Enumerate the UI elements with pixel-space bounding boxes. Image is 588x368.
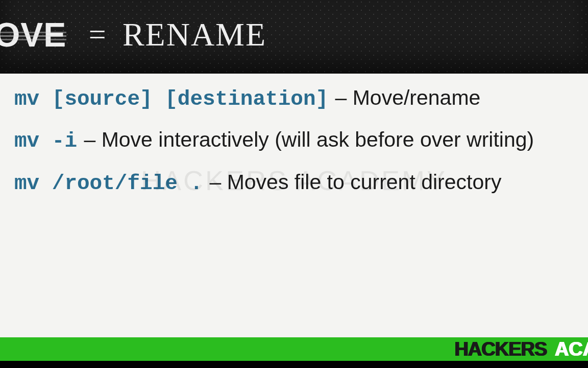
cmd-desc-3: – Moves file to current directory <box>208 170 502 194</box>
slide-body: mv [source] [destination] – Move/rename … <box>0 74 588 337</box>
slide: MOVE = RENAME mv [source] [destination] … <box>0 0 588 368</box>
command-line-2: mv -i – Move interactively (will ask bef… <box>0 120 588 162</box>
command-line-1: mv [source] [destination] – Move/rename <box>0 74 588 120</box>
slide-header: MOVE = RENAME <box>0 0 588 74</box>
cmd-syntax-1: mv [source] [destination] <box>14 87 328 111</box>
title-equals: = <box>77 17 113 51</box>
command-line-3: mv /root/file . – Moves file to current … <box>0 162 588 204</box>
cmd-desc-1: – Move/rename <box>334 86 482 109</box>
title-move: MOVE <box>0 16 66 54</box>
cmd-desc-2: – Move interactively (will ask before ov… <box>83 128 535 151</box>
cmd-syntax-2: mv -i <box>14 129 77 153</box>
title-rename: RENAME <box>122 16 266 53</box>
brand-hackers: HACKERS <box>454 338 547 360</box>
brand-academy: ACADE <box>552 338 588 360</box>
slide-footer: HACKERS ACADE <box>0 337 588 361</box>
slide-title: MOVE = RENAME <box>0 15 266 54</box>
brand-logo: HACKERS ACADE <box>454 338 588 360</box>
bottom-letterbox <box>0 361 588 368</box>
cmd-syntax-3: mv /root/file . <box>14 172 203 195</box>
